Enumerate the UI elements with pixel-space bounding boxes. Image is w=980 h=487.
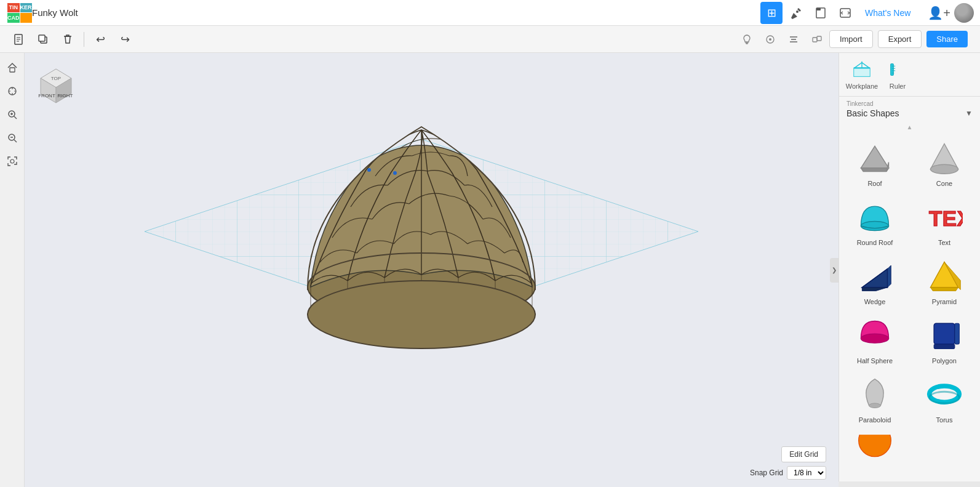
scene-svg: tinkercad bbox=[25, 53, 818, 487]
svg-marker-46 bbox=[861, 146, 889, 168]
avatar[interactable] bbox=[954, 3, 974, 23]
zoom-in-button[interactable] bbox=[2, 105, 22, 124]
code-btn[interactable] bbox=[834, 2, 856, 24]
scene-container: tinkercad bbox=[25, 53, 839, 487]
shape-label-wedge: Wedge bbox=[864, 298, 886, 305]
redo-button[interactable]: ↪ bbox=[114, 28, 136, 50]
tools-btn[interactable] bbox=[785, 2, 807, 24]
shape-label-polygon: Polygon bbox=[932, 357, 957, 364]
category-name: Basic Shapes bbox=[847, 108, 899, 118]
files-btn[interactable] bbox=[810, 2, 832, 24]
shape-label-torus: Torus bbox=[936, 416, 953, 424]
shapes-row-3: Wedge Pyramid bbox=[844, 252, 975, 309]
svg-marker-58 bbox=[931, 288, 958, 291]
shape-img-round-roof bbox=[855, 197, 894, 236]
whats-new-btn[interactable]: What's New bbox=[859, 8, 917, 18]
workplane-button[interactable]: Workplane bbox=[847, 59, 877, 90]
category-brand: Tinkercad bbox=[847, 100, 973, 107]
svg-rect-41 bbox=[891, 64, 894, 76]
logo-cell-blank: CAD bbox=[7, 13, 20, 23]
collapse-handle[interactable]: ❯ bbox=[830, 258, 839, 283]
panel-tools: Workplane Ruler bbox=[839, 53, 980, 97]
svg-rect-62 bbox=[934, 344, 955, 349]
svg-rect-10 bbox=[791, 39, 796, 40]
logo-cell-ker: KER bbox=[20, 3, 32, 13]
delete-button[interactable] bbox=[57, 28, 79, 50]
nav-icons: ⊞ What's New bbox=[755, 2, 922, 24]
share-button[interactable]: Share bbox=[926, 31, 968, 47]
svg-rect-3 bbox=[840, 9, 850, 17]
shape-label-round-roof: Round Roof bbox=[857, 239, 893, 246]
scroll-up-indicator[interactable]: ▲ bbox=[839, 122, 980, 132]
svg-rect-39 bbox=[854, 68, 870, 76]
logo: TIN KER CAD bbox=[7, 3, 27, 23]
shape-label-roof: Roof bbox=[867, 180, 882, 187]
shape-img-extra bbox=[855, 433, 894, 473]
snap-grid-select[interactable]: 1/8 in 1/4 in 1/2 in 1 in bbox=[787, 466, 826, 480]
dropdown-arrow-icon: ▼ bbox=[965, 109, 973, 118]
shape-item-cone[interactable]: Cone bbox=[914, 134, 975, 191]
svg-marker-47 bbox=[861, 168, 889, 172]
ruler-button[interactable]: Ruler bbox=[882, 59, 913, 90]
shape-item-half-sphere[interactable]: Half Sphere bbox=[844, 312, 906, 368]
shape-label-pyramid: Pyramid bbox=[932, 298, 957, 305]
svg-rect-2 bbox=[816, 8, 821, 10]
export-button[interactable]: Export bbox=[878, 30, 922, 48]
viewport[interactable]: TOP FRONT RIGHT bbox=[25, 53, 839, 487]
shapes-row-5: Paraboloid Torus bbox=[844, 371, 975, 427]
svg-point-0 bbox=[796, 10, 799, 13]
align-icon[interactable] bbox=[784, 30, 803, 49]
grid-view-btn[interactable]: ⊞ bbox=[760, 2, 783, 24]
svg-rect-12 bbox=[813, 38, 817, 42]
add-user-icon[interactable]: 👤+ bbox=[928, 6, 950, 20]
handle-dot bbox=[367, 168, 371, 172]
shapes-scroll-area[interactable]: Roof Cone bbox=[839, 132, 980, 481]
shape-icon[interactable] bbox=[760, 30, 780, 49]
fit-view-button[interactable] bbox=[2, 151, 22, 171]
shapes-row-1: Roof Cone bbox=[844, 134, 975, 191]
shape-item-round-roof[interactable]: Round Roof bbox=[844, 193, 906, 250]
shape-item-extra[interactable] bbox=[844, 430, 906, 477]
right-panel: Workplane Ruler Tinkercad B bbox=[839, 53, 980, 481]
svg-marker-56 bbox=[888, 265, 891, 288]
shape-item-pyramid[interactable]: Pyramid bbox=[914, 252, 975, 309]
lightbulb-icon[interactable] bbox=[737, 30, 757, 49]
right-panel-wrapper: ❯ Workplane bbox=[839, 53, 980, 487]
shape-img-polygon bbox=[925, 315, 964, 355]
category-select-button[interactable]: Basic Shapes ▼ bbox=[847, 108, 973, 118]
shape-item-paraboloid[interactable]: Paraboloid bbox=[844, 371, 906, 427]
svg-point-8 bbox=[769, 38, 771, 41]
group-icon[interactable] bbox=[807, 30, 827, 49]
svg-rect-61 bbox=[934, 323, 955, 344]
svg-point-67 bbox=[859, 435, 891, 457]
main-content: TOP FRONT RIGHT bbox=[0, 53, 980, 487]
rotate-view-button[interactable] bbox=[2, 81, 22, 101]
shape-img-torus bbox=[925, 374, 964, 414]
home-view-button[interactable] bbox=[2, 58, 22, 78]
new-file-button[interactable] bbox=[7, 28, 30, 50]
import-export-share: Import Export Share bbox=[829, 30, 973, 48]
undo-button[interactable]: ↩ bbox=[89, 28, 111, 50]
left-panel bbox=[0, 53, 25, 487]
dome-shape bbox=[308, 127, 535, 348]
import-button[interactable]: Import bbox=[829, 30, 873, 48]
svg-point-17 bbox=[10, 159, 14, 163]
shape-item-text[interactable]: TEXT Text bbox=[914, 193, 975, 250]
zoom-out-button[interactable] bbox=[2, 128, 22, 148]
shape-item-roof[interactable]: Roof bbox=[844, 134, 906, 191]
edit-grid-button[interactable]: Edit Grid bbox=[781, 446, 826, 462]
toolbar-right bbox=[737, 30, 827, 49]
duplicate-button[interactable] bbox=[32, 28, 54, 50]
shapes-category: Tinkercad Basic Shapes ▼ bbox=[839, 97, 980, 122]
shape-item-wedge[interactable]: Wedge bbox=[844, 252, 906, 309]
svg-rect-14 bbox=[10, 68, 15, 72]
svg-point-60 bbox=[861, 334, 889, 343]
shape-label-paraboloid: Paraboloid bbox=[859, 416, 891, 424]
svg-rect-9 bbox=[790, 36, 797, 38]
shape-img-paraboloid bbox=[855, 374, 894, 414]
svg-point-51 bbox=[861, 222, 889, 231]
shape-img-half-sphere bbox=[855, 315, 894, 355]
shape-item-torus[interactable]: Torus bbox=[914, 371, 975, 427]
top-nav: TIN KER CAD Funky Wolt ⊞ What bbox=[0, 0, 980, 26]
shape-item-polygon[interactable]: Polygon bbox=[914, 312, 975, 368]
